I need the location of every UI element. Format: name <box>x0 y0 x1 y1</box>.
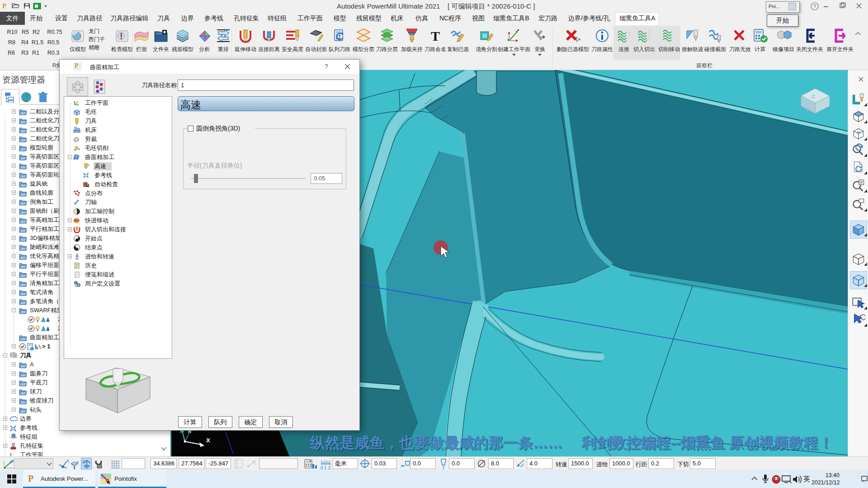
svg-text:Z: Z <box>236 465 238 468</box>
svg-text:前: 前 <box>806 107 810 112</box>
svg-text:P: P <box>2 2 6 9</box>
svg-text:X: X <box>66 459 69 463</box>
svg-text:T: T <box>431 28 440 43</box>
svg-text:0 1 2: 0 1 2 <box>321 465 331 470</box>
svg-text:纵然是咸鱼，也要做最咸的那一条…… 利剑数控编程--烟熏鱼: 纵然是咸鱼，也要做最咸的那一条…… 利剑数控编程--烟熏鱼 原创视频教程！ <box>310 434 833 451</box>
svg-text:上: 上 <box>811 94 816 99</box>
svg-text:X: X <box>206 437 210 444</box>
svg-text:Y: Y <box>73 466 75 469</box>
svg-text:?: ? <box>813 4 816 9</box>
svg-text:!: ! <box>120 31 123 41</box>
svg-text:Z: Z <box>82 460 85 464</box>
